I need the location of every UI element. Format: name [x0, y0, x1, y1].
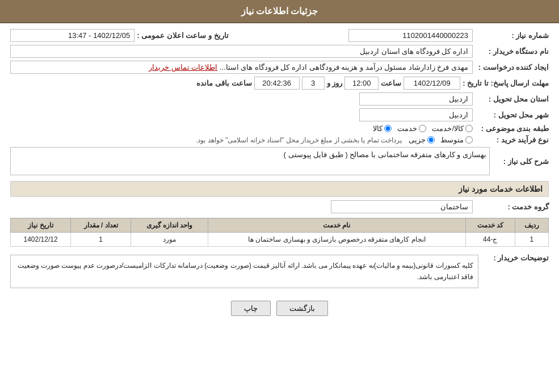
row-shomara-tarikh: شماره نیاز : 1102001440000223 تاریخ و سا…: [10, 29, 549, 42]
table-row: 1 ج-44 انجام کارهای متفرقه درخصوص بازساز…: [11, 233, 549, 247]
radio-jezii: جزیی: [409, 136, 435, 144]
ijad-konanda-text: مهدی فرخ زادارشاد مسئول درآمد و هزینه فر…: [220, 63, 468, 71]
button-row: بازگشت چاپ: [10, 301, 549, 316]
row-nooe-farayand: نوع فرآیند خرید : متوسط جزیی پرداخت تمام…: [10, 136, 549, 144]
content-area: شماره نیاز : 1102001440000223 تاریخ و سا…: [0, 23, 559, 327]
tarikh-elan-label: تاریخ و ساعت اعلان عمومی :: [137, 31, 228, 40]
nooe-farayand-label: نوع فرآیند خرید :: [475, 136, 549, 144]
row-shahr: شهر محل تحویل : اردبیل: [10, 108, 549, 121]
shahr-tahvil-value: اردبیل: [359, 108, 473, 121]
bazgasht-button[interactable]: بازگشت: [276, 301, 328, 316]
radio-kala-input[interactable]: [384, 125, 392, 132]
tozihat-label: توضیحات خریدار :: [481, 251, 549, 262]
ijad-konanda-label: ایجاد کننده درخواست :: [475, 63, 549, 71]
tarikh-elan-value: 1402/12/05 - 13:47: [10, 29, 135, 42]
ostan-tahvil-value: اردبیل: [359, 92, 473, 106]
mohlat-date: 1402/12/09: [404, 77, 460, 90]
row-ostan: استان محل تحویل : اردبیل: [10, 92, 549, 106]
page-title: جزئیات اطلاعات نیاز: [241, 6, 318, 16]
name-dastgah-value: اداره کل فرودگاه های استان اردبیل: [10, 45, 473, 58]
radio-motaset-label: متوسط: [440, 136, 464, 144]
tozihat-value: کلیه کسورات قانونی(بیمه و مالیات)به عهده…: [10, 255, 478, 288]
radio-khedmat: خدمت: [397, 124, 426, 133]
radio-kala-khedmat-label: کالا/خدمت: [432, 124, 464, 133]
col-tarikh: تاریخ نیاز: [11, 218, 71, 233]
page-header: جزئیات اطلاعات نیاز: [0, 0, 559, 23]
cell-name: انجام کارهای متفرقه درخصوص بازسازی و بهس…: [208, 233, 465, 247]
radio-motaset: متوسط: [440, 136, 473, 144]
khadamat-table: ردیف کد خدمت نام خدمت واحد اندازه گیری ت…: [10, 218, 549, 247]
col-code: کد خدمت: [465, 218, 515, 233]
radio-motaset-input[interactable]: [465, 136, 473, 144]
mohlat-saat: 12:00: [344, 77, 379, 90]
farayand-radio-group: متوسط جزیی: [409, 136, 473, 144]
shomara-niaz-value: 1102001440000223: [348, 29, 473, 42]
table-header-row: ردیف کد خدمت نام خدمت واحد اندازه گیری ت…: [11, 218, 549, 233]
radio-kala-khedmat-input[interactable]: [465, 125, 473, 132]
shomara-niaz-label: شماره نیاز :: [475, 31, 549, 40]
row-sharh: شرح کلی نیاز : بهسازی و کارهای متفرقه سا…: [10, 147, 549, 175]
row-ijad-konanda: ایجاد کننده درخواست : مهدی فرخ زادارشاد …: [10, 61, 549, 74]
sharh-value: بهسازی و کارهای متفرقه ساختمانی با مصالح…: [10, 147, 490, 175]
col-vahed: واحد اندازه گیری: [131, 218, 208, 233]
mohlat-roz: 3: [302, 77, 325, 90]
cell-vahed: مورد: [131, 233, 208, 247]
ijad-konanda-value: مهدی فرخ زادارشاد مسئول درآمد و هزینه فر…: [10, 61, 473, 74]
sharh-label: شرح کلی نیاز :: [492, 157, 549, 166]
radio-kala: کالا: [373, 124, 392, 133]
ijad-konanda-link[interactable]: اطلاعات تماس خریدار: [149, 63, 217, 71]
farayand-desc: پرداخت تمام یا بخشی از مبلغ خریداز محل "…: [196, 136, 402, 144]
ostan-tahvil-label: استان محل تحویل :: [475, 95, 549, 103]
col-radif: ردیف: [515, 218, 548, 233]
cell-tedad: 1: [71, 233, 131, 247]
col-name: نام خدمت: [208, 218, 465, 233]
row-gorooh: گروه خدمت : ساختمان: [10, 200, 549, 213]
radio-kala-khedmat: کالا/خدمت: [432, 124, 473, 133]
tabaqe-radio-group: کالا/خدمت خدمت کالا: [373, 124, 473, 133]
row-tabaqe: طبقه بندی موضوعی : کالا/خدمت خدمت کالا: [10, 124, 549, 133]
khadamat-section-title: اطلاعات خدمات مورد نیاز: [10, 181, 549, 197]
page-wrapper: جزئیات اطلاعات نیاز شماره نیاز : 1102001…: [0, 0, 559, 392]
mohlat-baqi: 20:42:36: [254, 77, 300, 90]
shahr-tahvil-label: شهر محل تحویل :: [475, 111, 549, 119]
mohlat-ersal-label: مهلت ارسال پاسخ: تا تاریخ :: [463, 79, 549, 87]
tozihat-text: کلیه کسورات قانونی(بیمه و مالیات)به عهده…: [18, 262, 473, 281]
row-mohlat: مهلت ارسال پاسخ: تا تاریخ : 1402/12/09 س…: [10, 77, 549, 90]
row-tozihat: توضیحات خریدار : کلیه کسورات قانونی(بیمه…: [10, 251, 549, 292]
tabaqe-label: طبقه بندی موضوعی :: [475, 124, 549, 133]
gorooh-value: ساختمان: [331, 200, 473, 213]
chap-button[interactable]: چاپ: [231, 301, 271, 316]
cell-code: ج-44: [465, 233, 515, 247]
radio-jezii-input[interactable]: [427, 136, 435, 144]
radio-kala-label: کالا: [373, 124, 383, 133]
gorooh-label: گروه خدمت :: [475, 203, 549, 211]
row-name-dastgah: نام دستگاه خریدار : اداره کل فرودگاه های…: [10, 45, 549, 58]
name-dastgah-label: نام دستگاه خریدار :: [475, 47, 549, 56]
col-tedad: تعداد / مقدار: [71, 218, 131, 233]
cell-tarikh: 1402/12/12: [11, 233, 71, 247]
cell-radif: 1: [515, 233, 548, 247]
radio-jezii-label: جزیی: [409, 136, 426, 144]
radio-khedmat-input[interactable]: [419, 125, 426, 132]
radio-khedmat-label: خدمت: [397, 124, 417, 133]
